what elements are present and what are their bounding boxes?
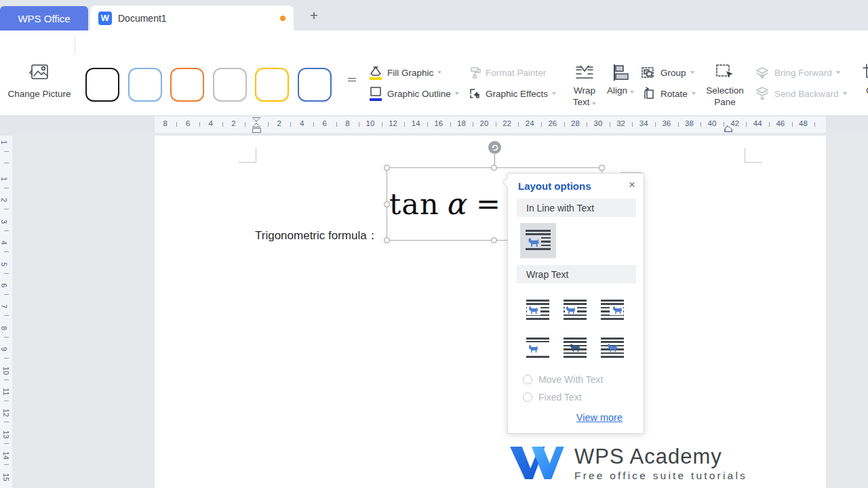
wrap-text-icon — [574, 63, 595, 82]
align-button[interactable]: Align — [605, 63, 636, 96]
rotate-button[interactable]: Rotate — [640, 85, 696, 102]
rotate-caret[interactable] — [692, 92, 696, 95]
style-swatch-1[interactable] — [128, 68, 162, 102]
margin-corner-mark — [745, 148, 762, 163]
wrap-text-button[interactable]: Wrap Text — [568, 63, 601, 108]
align-caret[interactable] — [630, 91, 634, 94]
ruler-tick — [199, 122, 200, 127]
left-indent-marker[interactable] — [252, 128, 261, 133]
ruler-tick — [404, 122, 405, 127]
wrap-mode-inline-selected[interactable] — [520, 223, 556, 258]
ruler-tick — [245, 122, 245, 127]
group-button[interactable]: Group — [640, 64, 694, 81]
ruler-tick — [4, 273, 9, 274]
ruler-tick — [222, 122, 223, 127]
graphic-effects-button[interactable]: Graphic Effects — [468, 85, 556, 102]
divider — [75, 36, 75, 55]
ruler-tick — [4, 380, 9, 380]
wrap-text-caret[interactable] — [592, 102, 596, 105]
group-caret[interactable] — [690, 71, 694, 74]
vertical-ruler[interactable]: 1123456789101112131415 — [0, 133, 12, 488]
gallery-more-button[interactable] — [347, 76, 357, 88]
fill-graphic-caret[interactable] — [437, 71, 441, 74]
align-icon — [610, 63, 631, 82]
group-label: Group — [660, 68, 686, 78]
first-line-indent-marker[interactable] — [252, 117, 261, 122]
ruler-number: 46 — [776, 119, 785, 127]
close-icon[interactable]: × — [629, 178, 635, 192]
crop-button-partial[interactable]: Cr — [857, 63, 868, 96]
graphic-effects-caret[interactable] — [552, 92, 556, 95]
hanging-indent-marker[interactable] — [252, 123, 261, 127]
document-text[interactable]: Trigonometric formula： — [255, 228, 378, 243]
ruler-number: 12 — [389, 119, 397, 127]
ruler-number: 13 — [2, 430, 10, 439]
ruler-number: 18 — [457, 119, 466, 127]
wps-academy-watermark: WPS Academy Free office suite tutorials — [505, 442, 747, 484]
ruler-number: 2 — [277, 119, 281, 127]
style-swatch-0[interactable] — [85, 68, 119, 102]
style-swatch-3[interactable] — [213, 68, 247, 102]
shape-style-gallery — [85, 63, 342, 106]
graphic-outline-caret[interactable] — [455, 92, 459, 95]
right-indent-marker[interactable] — [724, 125, 732, 132]
resize-handle-n[interactable] — [491, 165, 497, 171]
view-more-link[interactable]: View more — [576, 412, 623, 423]
wrap-mode-tight[interactable] — [560, 297, 590, 323]
rotate-icon — [640, 86, 656, 101]
document-page[interactable]: Trigonometric formula： tan α = sin α cos… — [155, 136, 826, 488]
wps-academy-logo-icon — [505, 442, 568, 484]
ruler-number: 7 — [0, 304, 8, 308]
wps-office-home-button[interactable]: WPS Office — [0, 6, 88, 30]
graphic-outline-label: Graphic Outline — [387, 89, 451, 99]
ruler-number: 6 — [323, 119, 327, 127]
ruler-tick — [4, 358, 9, 359]
ruler-tick — [4, 294, 9, 295]
horizontal-ruler[interactable]: 8642246810121416182022242628303234363840… — [0, 117, 868, 133]
ruler-tick — [4, 209, 9, 209]
resize-handle-nw[interactable] — [384, 165, 390, 171]
selection-pane-label-1: Selection — [705, 85, 745, 96]
crop-icon — [862, 63, 868, 82]
ruler-tick — [336, 122, 337, 127]
style-swatch-2[interactable] — [170, 68, 204, 102]
rotate-handle-stem — [494, 153, 495, 165]
wrap-mode-right[interactable] — [597, 297, 627, 323]
resize-handle-sw[interactable] — [384, 237, 390, 243]
wrap-mode-behind[interactable] — [560, 335, 590, 361]
ruler-number: 44 — [753, 119, 762, 127]
selection-pane-button[interactable]: Selection Pane — [705, 63, 745, 108]
new-tab-button[interactable]: + — [305, 7, 323, 24]
resize-handle-w[interactable] — [384, 201, 390, 207]
document-tab[interactable]: W Document1 — [90, 5, 294, 30]
document-canvas[interactable]: Trigonometric formula： tan α = sin α cos… — [12, 133, 868, 488]
style-swatch-4[interactable] — [255, 68, 289, 102]
resize-handle-s[interactable] — [491, 237, 497, 243]
rotate-handle[interactable] — [488, 141, 501, 154]
crop-label: Cr — [857, 85, 868, 96]
format-painter-icon — [468, 66, 481, 79]
ruler-number: 36 — [662, 119, 671, 127]
ruler-number: 4 — [209, 119, 213, 127]
ruler-tick — [427, 122, 428, 127]
graphic-outline-button[interactable]: Graphic Outline — [368, 85, 459, 102]
ruler-tick — [655, 122, 656, 127]
fixed-text-radio[interactable]: Fixed Text — [523, 392, 582, 403]
ruler-number: 30 — [594, 119, 603, 127]
ruler-number: 38 — [685, 119, 694, 127]
ruler-tick — [473, 122, 473, 127]
wrap-mode-square[interactable] — [523, 297, 553, 323]
wrap-mode-front[interactable] — [597, 335, 627, 361]
ruler-number: 48 — [799, 119, 808, 127]
move-with-text-radio[interactable]: Move With Text — [523, 374, 603, 385]
menu-row: Menu — [0, 30, 868, 60]
style-swatch-5[interactable] — [298, 68, 332, 102]
fill-graphic-button[interactable]: Fill Graphic — [368, 64, 441, 81]
ruler-number: 26 — [548, 119, 557, 127]
resize-handle-ne[interactable] — [599, 165, 605, 171]
ruler-tick — [541, 122, 542, 127]
ruler-tick — [4, 151, 9, 152]
wrap-mode-topbottom[interactable] — [523, 335, 553, 361]
change-picture-button[interactable]: Change Picture — [4, 62, 75, 111]
ruler-tick — [496, 122, 496, 127]
